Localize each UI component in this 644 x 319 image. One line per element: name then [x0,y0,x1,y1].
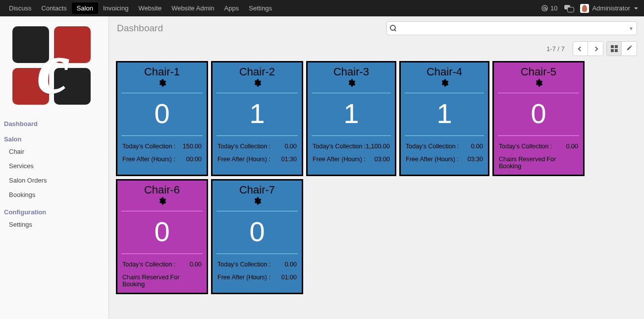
card-settings-button[interactable] [117,78,207,93]
card-title: Chair-3 [308,63,395,78]
search-box[interactable]: ▼ [386,21,637,35]
gear-icon[interactable] [253,78,262,87]
free-after-label: Free After (Hours) : [313,156,366,163]
collection-label: Today's Collection : [313,143,366,150]
form-view-button[interactable] [622,42,637,56]
card-info: Today's Collection :0.00Free After (Hour… [401,136,488,171]
sidebar-item-bookings[interactable]: Bookings [4,188,104,202]
card-count: 0 [494,93,583,135]
search-input[interactable] [400,22,626,35]
free-after-label: Free After (Hours) : [122,156,175,163]
collection-label: Today's Collection : [499,143,552,150]
nav-item-website-admin[interactable]: Website Admin [166,0,219,16]
free-after-value: 03:30 [468,156,483,163]
sidebar-item-settings[interactable]: Settings [4,217,104,232]
at-icon [541,4,548,12]
edit-icon [626,45,633,53]
chair-card[interactable]: Chair-21Today's Collection :0.00Free Aft… [211,61,303,176]
free-after-label: Free After (Hours) : [406,156,459,163]
nav-item-discuss[interactable]: Discuss [4,0,37,16]
top-navbar: DiscussContactsSalonInvoicingWebsiteWebs… [0,0,644,16]
card-count: 0 [117,211,207,254]
kanban-view-button[interactable] [607,42,622,56]
sidebar-item-salon-orders[interactable]: Salon Orders [4,173,104,188]
gear-icon[interactable] [158,78,166,87]
free-after-value: 01:00 [281,274,297,281]
user-name: Administrator [592,4,630,12]
pager-prev-button[interactable] [573,42,588,56]
chair-card[interactable]: Chair-10Today's Collection :150.00Free A… [116,61,208,176]
card-settings-button[interactable] [213,78,302,93]
collection-value: 0.00 [471,143,483,150]
chair-card[interactable]: Chair-41Today's Collection :0.00Free Aft… [399,61,489,176]
collection-value: 0.00 [285,143,297,150]
sidebar: c DashboardSalonChairServicesSalon Order… [0,16,109,319]
pager-buttons [573,41,603,56]
sidebar-item-services[interactable]: Services [4,159,104,173]
chair-card[interactable]: Chair-50Today's Collection :0.00Chairs R… [492,61,585,176]
view-switcher [606,41,637,56]
gear-icon[interactable] [158,196,166,205]
free-after-value: 00:00 [186,156,202,163]
card-settings-button[interactable] [401,78,488,93]
collection-label: Today's Collection : [406,143,459,150]
chair-card[interactable]: Chair-31Today's Collection :1,100.00Free… [306,61,396,176]
grid-icon [611,45,618,52]
collection-value: 1,100.00 [366,143,390,150]
search-icon [390,25,397,32]
gear-icon[interactable] [534,78,543,87]
notifications-indicator[interactable]: 10 [541,4,557,12]
main-area: Dashboard ▼ 1-7 / 7 [109,16,644,319]
user-menu[interactable]: Administrator [580,4,638,13]
card-settings-button[interactable] [117,196,207,211]
chevron-right-icon [593,46,598,51]
nav-item-contacts[interactable]: Contacts [37,0,72,16]
card-settings-button[interactable] [494,78,583,93]
card-info: Today's Collection :150.00Free After (Ho… [117,136,207,171]
chevron-down-icon [634,7,638,9]
gear-icon[interactable] [253,196,262,205]
chevron-down-icon[interactable]: ▼ [629,26,634,31]
pager-text: 1-7 / 7 [546,45,565,53]
card-settings-button[interactable] [308,78,395,93]
collection-value: 0.00 [190,261,202,268]
sidebar-section-configuration[interactable]: Configuration [4,207,104,217]
card-count: 0 [117,93,207,135]
free-after-value: 03:00 [375,156,390,163]
reserved-label: Chairs Reserved For Booking [499,153,578,170]
card-title: Chair-4 [401,63,488,78]
free-after-value: 01:30 [281,156,297,163]
free-after-label: Free After (Hours) : [217,156,270,163]
avatar [580,4,589,13]
chair-card[interactable]: Chair-70Today's Collection :0.00Free Aft… [211,179,303,294]
card-title: Chair-6 [117,181,207,196]
collection-value: 150.00 [183,143,202,150]
reserved-label: Chairs Reserved For Booking [122,271,202,288]
chair-card[interactable]: Chair-60Today's Collection :0.00Chairs R… [116,179,208,294]
nav-item-invoicing[interactable]: Invoicing [98,0,133,16]
card-count: 1 [213,93,302,135]
nav-item-website[interactable]: Website [133,0,166,16]
card-settings-button[interactable] [213,196,302,211]
card-info: Today's Collection :0.00Free After (Hour… [213,136,302,171]
collection-value: 0.00 [566,143,578,150]
chat-icon[interactable] [564,4,573,13]
collection-label: Today's Collection : [217,261,270,268]
nav-item-apps[interactable]: Apps [219,0,244,16]
free-after-label: Free After (Hours) : [217,274,270,281]
card-count: 0 [213,211,302,254]
card-info: Today's Collection :0.00Chairs Reserved … [494,136,583,175]
sidebar-section-salon[interactable]: Salon [4,134,104,144]
chevron-left-icon [578,46,583,51]
nav-item-salon[interactable]: Salon [72,2,98,14]
card-count: 1 [401,93,488,135]
sidebar-section-dashboard[interactable]: Dashboard [4,119,104,129]
gear-icon[interactable] [347,78,356,87]
card-info: Today's Collection :1,100.00Free After (… [308,136,395,171]
nav-item-settings[interactable]: Settings [244,0,277,16]
card-count: 1 [308,93,395,135]
sidebar-item-chair[interactable]: Chair [4,144,104,159]
gear-icon[interactable] [440,78,449,87]
pager-next-button[interactable] [588,42,603,56]
notifications-count: 10 [550,4,557,12]
